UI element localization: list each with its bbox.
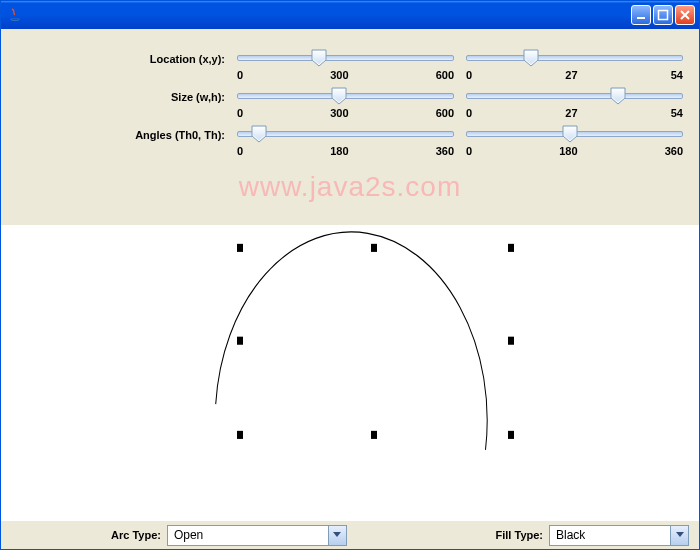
slider-thumb[interactable] bbox=[562, 125, 578, 143]
bbox-handle[interactable] bbox=[371, 244, 377, 252]
maximize-button[interactable] bbox=[653, 5, 673, 25]
slider-right-2[interactable] bbox=[466, 123, 683, 145]
watermark-text: www.java2s.com bbox=[1, 171, 699, 203]
arc-path bbox=[216, 232, 487, 450]
slider-ticks: 02754 bbox=[466, 69, 683, 81]
tick-mid: 27 bbox=[565, 107, 577, 119]
minimize-button[interactable] bbox=[631, 5, 651, 25]
tick-max: 360 bbox=[665, 145, 683, 157]
tick-mid: 300 bbox=[330, 107, 348, 119]
tick-min: 0 bbox=[466, 69, 472, 81]
tick-mid: 180 bbox=[559, 145, 577, 157]
bbox-handle[interactable] bbox=[237, 244, 243, 252]
chevron-down-icon bbox=[328, 526, 346, 545]
app-window: Location (x,y):030060002754Size (w,h):03… bbox=[0, 0, 700, 550]
slider-ticks: 0300600 bbox=[237, 107, 454, 119]
slider-thumb[interactable] bbox=[610, 87, 626, 105]
bbox-handle[interactable] bbox=[508, 431, 514, 439]
java-icon bbox=[7, 7, 23, 23]
tick-max: 600 bbox=[436, 107, 454, 119]
title-bar[interactable] bbox=[1, 1, 699, 29]
bbox-handle[interactable] bbox=[508, 337, 514, 345]
close-button[interactable] bbox=[675, 5, 695, 25]
slider-ticks: 0300600 bbox=[237, 69, 454, 81]
tick-max: 54 bbox=[671, 69, 683, 81]
slider-ticks: 0180360 bbox=[466, 145, 683, 157]
bottom-bar: Arc Type: Open Fill Type: Black bbox=[1, 521, 699, 549]
row-label: Angles (Th0, Th): bbox=[11, 123, 231, 141]
slider-thumb[interactable] bbox=[331, 87, 347, 105]
tick-min: 0 bbox=[237, 69, 243, 81]
fill-type-label: Fill Type: bbox=[496, 529, 543, 541]
svg-rect-1 bbox=[659, 11, 668, 20]
slider-panel: Location (x,y):030060002754Size (w,h):03… bbox=[1, 29, 699, 171]
fill-type-combo[interactable]: Black bbox=[549, 525, 689, 546]
tick-max: 54 bbox=[671, 107, 683, 119]
bbox-handle[interactable] bbox=[508, 244, 514, 252]
fill-type-value: Black bbox=[550, 528, 591, 542]
bbox-handle[interactable] bbox=[237, 431, 243, 439]
chevron-down-icon bbox=[670, 526, 688, 545]
tick-max: 600 bbox=[436, 69, 454, 81]
slider-left-1[interactable] bbox=[237, 85, 454, 107]
tick-mid: 27 bbox=[565, 69, 577, 81]
control-row-0: Location (x,y):030060002754 bbox=[11, 47, 689, 81]
control-row-2: Angles (Th0, Th):01803600180360 bbox=[11, 123, 689, 157]
slider-left-0[interactable] bbox=[237, 47, 454, 69]
row-label: Size (w,h): bbox=[11, 85, 231, 103]
drawing-canvas bbox=[1, 225, 699, 521]
slider-thumb[interactable] bbox=[311, 49, 327, 67]
slider-groove bbox=[237, 131, 454, 137]
slider-groove bbox=[466, 93, 683, 99]
slider-left-2[interactable] bbox=[237, 123, 454, 145]
slider-groove bbox=[466, 55, 683, 61]
bbox-handle[interactable] bbox=[237, 337, 243, 345]
row-label: Location (x,y): bbox=[11, 47, 231, 65]
spacer bbox=[1, 203, 699, 225]
svg-rect-0 bbox=[637, 17, 645, 19]
slider-right-1[interactable] bbox=[466, 85, 683, 107]
tick-min: 0 bbox=[237, 107, 243, 119]
bbox-handle[interactable] bbox=[371, 431, 377, 439]
slider-groove bbox=[237, 55, 454, 61]
tick-mid: 180 bbox=[330, 145, 348, 157]
slider-right-0[interactable] bbox=[466, 47, 683, 69]
tick-max: 360 bbox=[436, 145, 454, 157]
slider-ticks: 02754 bbox=[466, 107, 683, 119]
arc-type-combo[interactable]: Open bbox=[167, 525, 347, 546]
slider-thumb[interactable] bbox=[523, 49, 539, 67]
tick-min: 0 bbox=[466, 107, 472, 119]
slider-ticks: 0180360 bbox=[237, 145, 454, 157]
tick-min: 0 bbox=[237, 145, 243, 157]
arc-type-value: Open bbox=[168, 528, 209, 542]
control-row-1: Size (w,h):030060002754 bbox=[11, 85, 689, 119]
tick-min: 0 bbox=[466, 145, 472, 157]
tick-mid: 300 bbox=[330, 69, 348, 81]
slider-thumb[interactable] bbox=[251, 125, 267, 143]
arc-type-label: Arc Type: bbox=[111, 529, 161, 541]
